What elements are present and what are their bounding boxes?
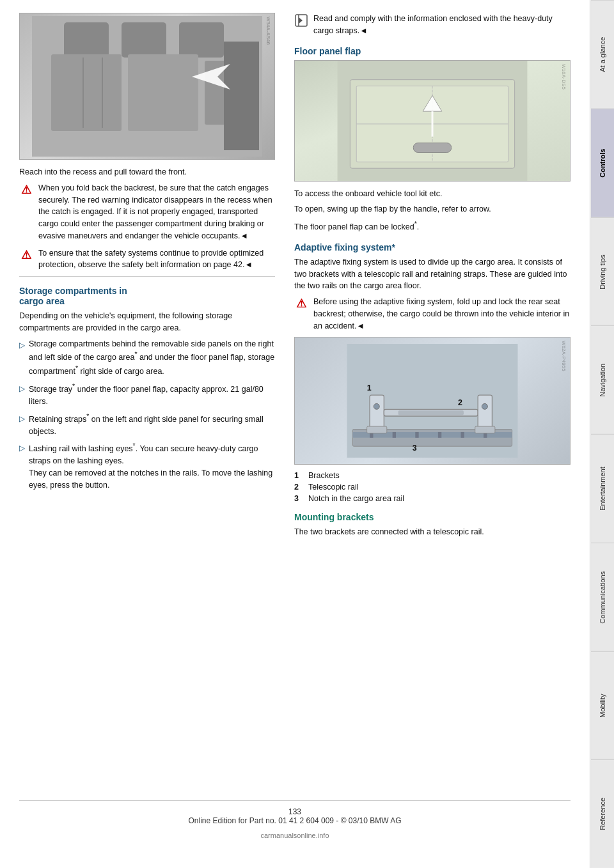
sidebar-tab-mobility[interactable]: Mobility (591, 651, 614, 760)
svg-text:2: 2 (458, 399, 462, 408)
bullet-arrow-2: ▷ (19, 383, 25, 408)
adaptive-warning-icon: ⚠ (294, 297, 308, 311)
seat-svg (32, 16, 262, 157)
numbered-item-3: 3 Notch in the cargo area rail (294, 494, 571, 503)
floor-panel-svg (295, 61, 570, 181)
read-comply-text: Read and comply with the information enc… (313, 13, 571, 37)
svg-rect-4 (51, 54, 122, 131)
storage-bullet-list: ▷ Storage compartments behind the remova… (19, 338, 275, 492)
bullet-item-4: ▷ Lashing rail with lashing eyes*. You c… (19, 441, 275, 491)
svg-rect-1 (64, 22, 109, 58)
warning-triangle-icon-2: ⚠ (19, 248, 33, 262)
seat-backrest-image: W34A-AS46 (19, 13, 275, 160)
svg-rect-32 (367, 426, 387, 433)
item-num-2: 2 (294, 483, 303, 492)
item-label-3: Notch in the cargo area rail (308, 494, 404, 503)
item-label-2: Telescopic rail (308, 483, 359, 492)
floor-text-1: To access the onboard vehicle tool kit e… (294, 188, 571, 200)
bullet-item-1: ▷ Storage compartments behind the remova… (19, 338, 275, 378)
svg-point-33 (374, 404, 379, 410)
floor-text-2: To open, swing up the flap by the handle… (294, 203, 571, 215)
adaptive-fixing-image: 1 2 3 W62A-P (294, 337, 571, 465)
adaptive-heading: Adaptive fixing system* (294, 242, 571, 252)
svg-rect-7 (224, 42, 259, 150)
storage-intro-text: Depending on the vehicle's equipment, th… (19, 310, 275, 334)
footer-text: Online Edition for Part no. 01 41 2 604 … (188, 816, 401, 825)
sidebar-tab-communications[interactable]: Communications (591, 543, 614, 651)
svg-rect-29 (461, 432, 464, 438)
page-number: 133 (288, 807, 301, 816)
left-column: W34A-AS46 Reach into the recess and pull… (19, 13, 275, 794)
item-num-3: 3 (294, 494, 303, 503)
sidebar-tab-driving-tips[interactable]: Driving tips (591, 217, 614, 326)
right-column: Read and comply with the information enc… (294, 13, 571, 794)
sidebar-tab-reference[interactable]: Reference (591, 759, 614, 868)
svg-rect-39 (475, 426, 495, 433)
svg-marker-13 (299, 17, 303, 24)
svg-rect-3 (179, 22, 224, 58)
read-comply-box: Read and comply with the information enc… (294, 13, 571, 37)
bullet-text-3: Retaining straps* on the left and right … (29, 412, 275, 438)
warning-box-1: ⚠ When you fold back the backrest, be su… (19, 182, 275, 242)
numbered-item-1: 1 Brackets (294, 471, 571, 480)
bullet-arrow-1: ▷ (19, 339, 25, 378)
bullet-item-2: ▷ Storage tray* under the floor panel fl… (19, 382, 275, 408)
book-icon (294, 13, 308, 27)
warning-text-1: When you fold back the backrest, be sure… (38, 182, 275, 242)
numbered-item-2: 2 Telescopic rail (294, 483, 571, 492)
sidebar-tab-navigation[interactable]: Navigation (591, 325, 614, 434)
floor-text-3: The floor panel flap can be locked*. (294, 219, 571, 233)
adaptive-svg: 1 2 3 (301, 344, 563, 458)
adaptive-warning-box: ⚠ Before using the adaptive fixing syste… (294, 296, 571, 332)
divider-1 (19, 276, 275, 277)
sidebar-tab-at-a-glance[interactable]: At a glance (591, 0, 614, 109)
svg-text:1: 1 (367, 384, 372, 392)
svg-rect-28 (438, 432, 441, 438)
svg-rect-27 (415, 432, 418, 438)
sidebar-tab-controls[interactable]: Controls (591, 109, 614, 217)
svg-text:3: 3 (413, 444, 417, 453)
mounting-heading: Mounting brackets (294, 512, 571, 522)
image-watermark: W34A-AS46 (265, 17, 271, 45)
floor-panel-image: W16A-DS5 (294, 60, 571, 182)
bullet-arrow-3: ▷ (19, 413, 25, 438)
sidebar: At a glance Controls Driving tips Naviga… (590, 0, 614, 868)
svg-rect-5 (128, 54, 198, 131)
item-label-1: Brackets (308, 471, 340, 480)
svg-rect-2 (122, 22, 166, 58)
reach-text: Reach into the recess and pull toward th… (19, 166, 275, 178)
sidebar-tab-entertainment[interactable]: Entertainment (591, 434, 614, 543)
adaptive-warning-text: Before using the adaptive fixing system,… (313, 296, 571, 332)
svg-rect-19 (413, 143, 451, 152)
adaptive-image-watermark: W62A-P4955 (561, 341, 567, 371)
bottom-watermark: carmanualsonline.info (19, 828, 571, 842)
svg-rect-36 (398, 411, 464, 415)
warning-triangle-icon-1: ⚠ (19, 183, 33, 197)
bullet-text-4: Lashing rail with lashing eyes*. You can… (29, 441, 275, 491)
mounting-text: The two brackets are connected with a te… (294, 526, 571, 538)
bullet-item-3: ▷ Retaining straps* on the left and righ… (19, 412, 275, 438)
item-num-1: 1 (294, 471, 303, 480)
svg-rect-26 (393, 432, 396, 438)
floor-panel-heading: Floor panel flap (294, 46, 571, 56)
floor-image-watermark: W16A-DS5 (561, 64, 567, 89)
bullet-text-1: Storage compartments behind the removabl… (29, 338, 275, 378)
numbered-list: 1 Brackets 2 Telescopic rail 3 Notch in … (294, 471, 571, 503)
bullet-text-2: Storage tray* under the floor panel flap… (29, 382, 275, 408)
storage-section-heading: Storage compartments incargo area (19, 286, 275, 306)
adaptive-text-1: The adaptive fixing system is used to di… (294, 256, 571, 292)
svg-point-40 (482, 404, 487, 410)
page-footer: 133 Online Edition for Part no. 01 41 2 … (19, 800, 571, 828)
bullet-arrow-4: ▷ (19, 442, 25, 491)
warning-box-2: ⚠ To ensure that the safety systems cont… (19, 247, 275, 272)
warning-text-2: To ensure that the safety systems contin… (38, 247, 275, 272)
read-comply-icon (294, 13, 308, 27)
